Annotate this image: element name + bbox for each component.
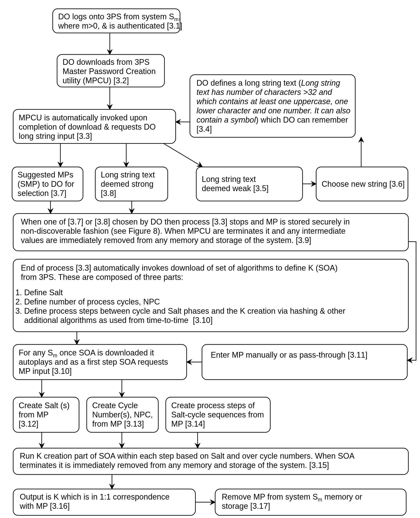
t: memory or xyxy=(322,492,362,501)
t: DO logs onto 3PS from system S xyxy=(58,12,174,21)
t: once SOA is downloaded it xyxy=(57,348,154,357)
t: from 3PS. These are composed of three pa… xyxy=(21,273,183,282)
node-3-10-def: End of process [3.3] automatically invok… xyxy=(13,259,408,332)
t: m xyxy=(318,496,322,503)
t: contain a symbol xyxy=(196,115,256,124)
t: completion of download & requests DO xyxy=(19,122,156,131)
t: Long string text xyxy=(202,175,256,184)
t: utility (MPCU) [3.2] xyxy=(63,76,129,85)
t: When one of [3.7] or [3.8] chosen by DO … xyxy=(21,217,350,226)
t: DO downloads from 3PS xyxy=(63,58,150,67)
t: MPCU is automatically invoked upon xyxy=(19,113,147,122)
svg-text:DO logs onto 3PS from system S: DO logs onto 3PS from system Sm, xyxy=(58,12,181,22)
node-3-10-play: For any Sm once SOA is downloaded it aut… xyxy=(13,344,187,380)
t: End of process [3.3] automatically invok… xyxy=(21,263,338,272)
node-3-12: Create Salt (s) from MP [3.12] xyxy=(13,397,79,432)
t: selection [3.7] xyxy=(18,189,66,198)
t: deemed strong xyxy=(101,179,153,189)
t: Salt-cycle sequences from xyxy=(171,410,264,419)
t: lower character and one number. It can a… xyxy=(196,106,350,115)
t: [3.12] xyxy=(19,419,38,428)
t: Remove MP from system S xyxy=(222,492,318,501)
edge-3-3-3-5 xyxy=(164,144,202,167)
t: text has number of characters >32 and xyxy=(196,88,332,97)
t: Long string text xyxy=(101,170,155,179)
node-3-15: Run K creation part of SOA within each s… xyxy=(13,448,408,474)
t: additional algorithms as used from time-… xyxy=(15,316,212,325)
t: 2. Define number of process cycles, NPC xyxy=(15,297,160,306)
node-3-16: Output is K which is in 1:1 corresponden… xyxy=(13,489,195,515)
svg-rect-15 xyxy=(202,344,407,380)
t: which contains at least one uppercase, o… xyxy=(196,97,348,106)
t: Long string xyxy=(301,78,340,87)
t: Enter MP manually or as pass-through [3.… xyxy=(211,350,368,359)
t: Master Password Creation xyxy=(63,67,156,76)
t: Create Salt (s) xyxy=(19,401,70,410)
t: DO defines a long string text ( xyxy=(196,78,301,87)
t: autoplays and as a first step SOA reques… xyxy=(19,358,168,366)
node-3-1: DO logs onto 3PS from system Sm, where m… xyxy=(53,9,182,33)
t: Choose new string [3.6] xyxy=(322,179,405,189)
t: from MP xyxy=(19,410,49,419)
t: values are immediately removed from any … xyxy=(21,236,311,245)
svg-text:Remove MP from system Sm memor: Remove MP from system Sm memory or xyxy=(222,492,362,503)
node-3-8: Long string text deemed strong [3.8] xyxy=(95,167,168,201)
edge-3-9-3-11 xyxy=(408,242,416,360)
t: ) which DO can remember xyxy=(256,115,348,124)
t: deemed weak [3.5] xyxy=(202,184,269,193)
node-3-2: DO downloads from 3PS Master Password Cr… xyxy=(57,54,165,87)
node-3-13: Create Cycle Number(s), NPC, from MP [3.… xyxy=(87,397,158,432)
t: where m>0, & is authenticated [3.1] xyxy=(58,21,182,30)
t: from MP [3.13] xyxy=(92,419,144,428)
node-3-3: MPCU is automatically invoked upon compl… xyxy=(13,109,176,144)
t: Number(s), NPC, xyxy=(92,410,153,419)
node-3-4: DO defines a long string text (Long stri… xyxy=(190,75,355,137)
t: 3. Define process steps between cycle an… xyxy=(15,306,345,315)
svg-text:For any Sm once SOA is downloa: For any Sm once SOA is downloaded it xyxy=(19,348,154,358)
t: terminates it is immediately removed fro… xyxy=(20,461,329,470)
t: Run K creation part of SOA within each s… xyxy=(20,451,355,460)
t: MP [3.14] xyxy=(171,419,205,428)
svg-text:contain a symbol) which DO can: contain a symbol) which DO can remember xyxy=(196,115,348,124)
t: non-discoverable fashion (see Figure 8).… xyxy=(21,227,345,236)
svg-text:DO defines a long string text : DO defines a long string text (Long stri… xyxy=(196,78,340,87)
node-3-9: When one of [3.7] or [3.8] chosen by DO … xyxy=(13,213,408,251)
t: Suggested MPs xyxy=(18,170,73,179)
t: For any S xyxy=(19,348,53,357)
t: Create process steps of xyxy=(171,401,255,410)
node-3-5: Long string text deemed weak [3.5] xyxy=(196,167,303,201)
node-3-11: Enter MP manually or as pass-through [3.… xyxy=(202,344,407,380)
node-3-14: Create process steps of Salt-cycle seque… xyxy=(166,397,270,432)
t: MP input [3.10] xyxy=(19,367,72,376)
t: with MP [3.16] xyxy=(20,502,70,510)
t: long string input [3.3] xyxy=(19,132,92,141)
t: Output is K which is in 1:1 corresponden… xyxy=(20,492,170,501)
t: [3.8] xyxy=(101,189,116,198)
flowchart: DO logs onto 3PS from system Sm, where m… xyxy=(0,0,420,518)
node-3-6: Choose new string [3.6] xyxy=(316,167,408,201)
t: Create Cycle xyxy=(92,401,138,410)
t: , xyxy=(179,12,181,21)
t: (SMP) to DO for xyxy=(18,179,74,189)
t: storage [3.17] xyxy=(222,502,270,510)
node-3-7: Suggested MPs (SMP) to DO for selection … xyxy=(12,167,83,201)
t: [3.4] xyxy=(196,125,212,134)
t: 1. Define Salt xyxy=(15,288,63,297)
node-3-17: Remove MP from system Sm memory or stora… xyxy=(215,489,406,515)
